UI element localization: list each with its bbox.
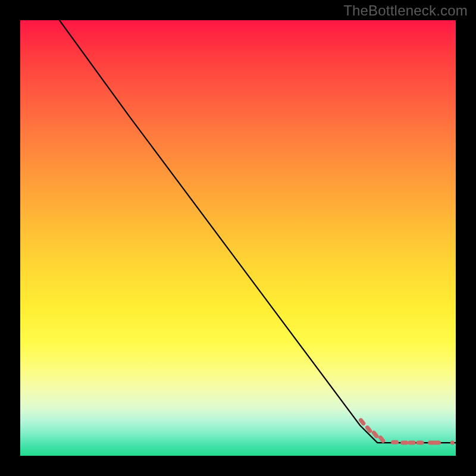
- dotted-tail-dash: [450, 441, 455, 445]
- dotted-tail-dash: [433, 441, 441, 445]
- dotted-tail-dash: [365, 425, 373, 434]
- chart-frame: TheBottleneck.com: [0, 0, 476, 476]
- dotted-tail-dash: [400, 441, 408, 445]
- dotted-tail-dash: [416, 441, 424, 445]
- dotted-tail-group: [358, 417, 455, 444]
- dotted-tail-dash: [391, 440, 399, 444]
- chart-svg: [20, 20, 456, 456]
- dotted-tail-dash: [408, 441, 416, 445]
- watermark-text: TheBottleneck.com: [343, 2, 468, 19]
- plot-area: [20, 20, 456, 456]
- main-curve-path: [60, 20, 456, 443]
